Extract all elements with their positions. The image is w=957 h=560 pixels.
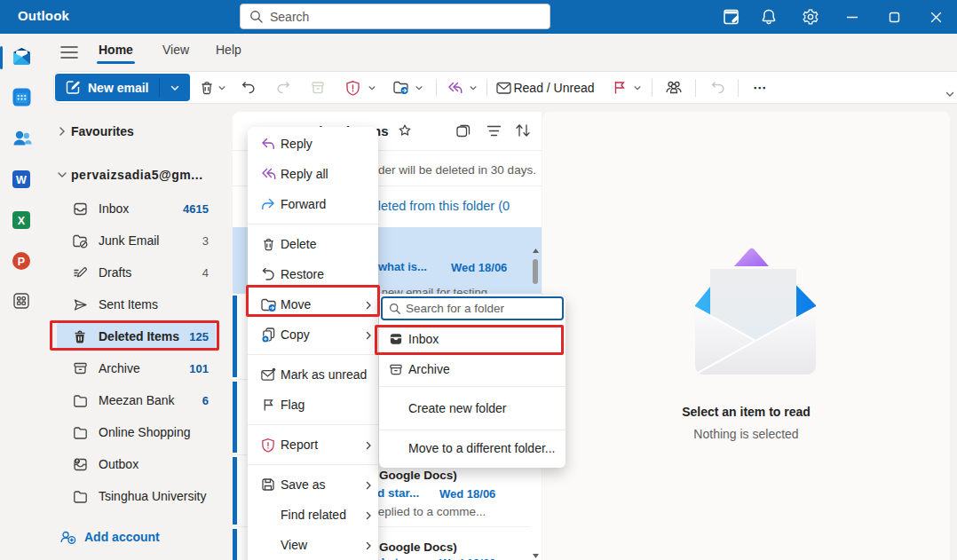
svg-text:X: X	[18, 215, 26, 227]
svg-text:W: W	[16, 174, 27, 186]
svg-text:P: P	[18, 256, 25, 268]
